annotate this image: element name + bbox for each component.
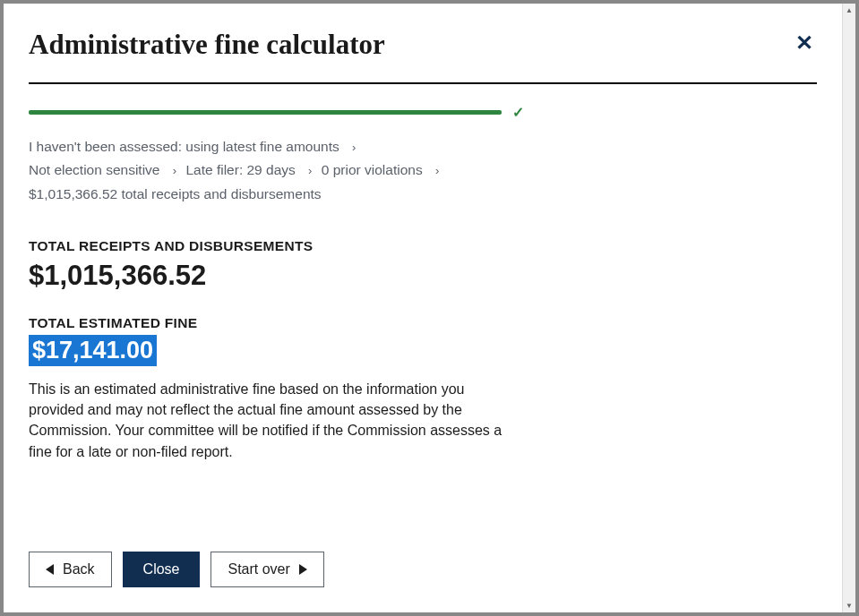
total-receipts-value: $1,015,366.52 [29,260,817,292]
progress-indicator: ✓ [29,104,817,121]
breadcrumb-item[interactable]: 0 prior violations [322,162,423,177]
total-receipts-label: TOTAL RECEIPTS AND DISBURSEMENTS [29,238,817,254]
breadcrumb-item[interactable]: $1,015,366.52 total receipts and disburs… [29,186,322,201]
breadcrumb-item[interactable]: Late filer: 29 days [185,162,295,177]
close-button-label: Close [143,561,180,578]
triangle-right-icon [299,564,307,575]
triangle-left-icon [46,564,54,575]
total-fine-value: $17,141.00 [29,335,157,366]
chevron-right-icon: › [435,161,439,181]
start-over-button[interactable]: Start over [210,552,323,587]
total-fine-section: TOTAL ESTIMATED FINE $17,141.00 [29,315,817,366]
check-icon: ✓ [512,104,524,121]
scrollbar[interactable]: ▲ ▼ [842,4,855,612]
close-icon: ✕ [795,30,813,55]
start-over-button-label: Start over [228,561,289,578]
back-button-label: Back [63,561,95,578]
modal-content: Administrative fine calculator ✕ ✓ I hav… [4,4,842,612]
close-icon-button[interactable]: ✕ [792,29,817,57]
modal-title: Administrative fine calculator [29,29,385,61]
scroll-down-arrow-icon[interactable]: ▼ [843,599,855,612]
progress-bar [29,110,502,115]
modal-footer: Back Close Start over [29,534,817,587]
total-fine-label: TOTAL ESTIMATED FINE [29,315,817,331]
chevron-right-icon: › [308,161,312,181]
total-receipts-section: TOTAL RECEIPTS AND DISBURSEMENTS $1,015,… [29,206,817,292]
breadcrumb-item[interactable]: I haven't been assessed: using latest fi… [29,139,339,154]
chevron-right-icon: › [173,161,176,181]
back-button[interactable]: Back [29,552,112,587]
modal-header: Administrative fine calculator ✕ [29,29,817,61]
scroll-up-arrow-icon[interactable]: ▲ [843,4,855,17]
breadcrumb: I haven't been assessed: using latest fi… [29,135,817,206]
header-divider [29,82,817,84]
breadcrumb-item[interactable]: Not election sensitive [29,162,159,177]
disclaimer-text: This is an estimated administrative fine… [29,379,512,462]
chevron-right-icon: › [352,138,356,158]
modal-dialog: ▲ ▼ Administrative fine calculator ✕ ✓ I… [4,4,855,612]
close-button[interactable]: Close [123,552,201,587]
